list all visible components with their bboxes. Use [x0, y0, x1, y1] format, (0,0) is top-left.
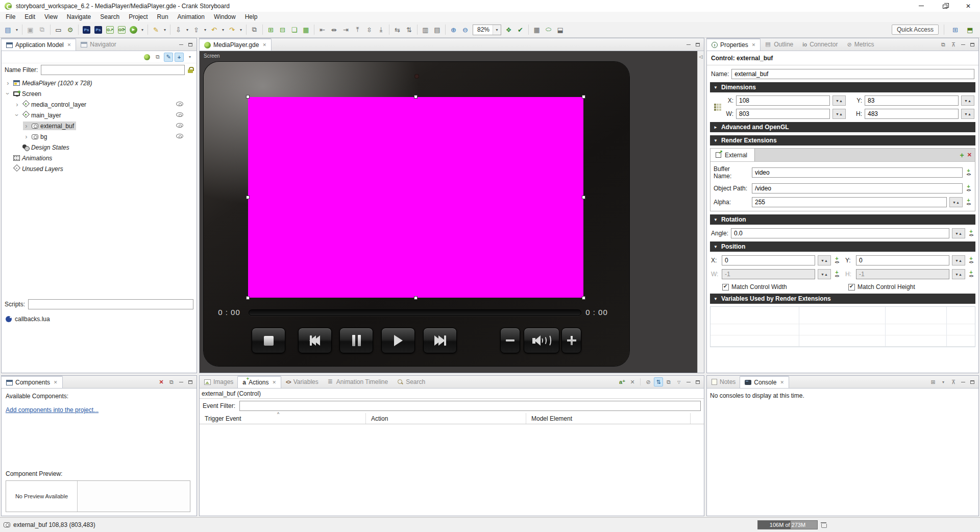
tree-item-unused-layers[interactable]: › Unused Layers — [2, 163, 197, 174]
design-canvas[interactable]: Screen 0 : 00 0 : 00 — [200, 51, 704, 373]
align-center-icon[interactable]: ⇹ — [328, 24, 340, 36]
y-spinner[interactable]: ▼▲ — [961, 95, 974, 106]
tree-item-external-buf[interactable]: › external_buf — [2, 120, 197, 131]
filter-actions-icon[interactable]: ⊘ — [644, 377, 653, 386]
section-expand-icon[interactable]: ► — [714, 125, 718, 130]
tree-item-main-layer[interactable]: › main_layer — [2, 110, 197, 120]
maximize-panel-icon[interactable] — [694, 378, 702, 386]
open-console-icon[interactable]: ⊞ — [928, 377, 938, 386]
pos-h-spinner[interactable]: ▼▲ — [952, 269, 965, 279]
storyboard-perspective-icon[interactable]: ⬒ — [964, 24, 976, 36]
menu-project[interactable]: Project — [124, 12, 152, 21]
name-filter-input[interactable] — [41, 65, 185, 75]
menu-animation[interactable]: Animation — [173, 12, 209, 21]
move-mode-toggle-icon[interactable]: + — [175, 53, 184, 62]
undo-dropdown-icon[interactable]: ▾ — [220, 24, 226, 36]
tab-close-icon[interactable]: ✕ — [262, 42, 266, 47]
external-buf-control[interactable] — [248, 97, 583, 298]
selection-handle-n[interactable] — [414, 95, 418, 99]
delete-action-icon[interactable]: ✕ — [628, 377, 637, 386]
new-group-icon[interactable]: ❏ — [288, 24, 300, 36]
gde-import-icon[interactable]: G↗ — [104, 24, 116, 36]
stop-button[interactable] — [252, 328, 285, 353]
w-spinner[interactable]: ▼▲ — [832, 109, 846, 119]
minimize-panel-icon[interactable] — [684, 40, 693, 49]
add-action-icon[interactable]: a⁺ — [618, 377, 627, 386]
column-model-element[interactable]: Model Element — [526, 413, 691, 424]
view-menu-icon[interactable]: ▾ — [185, 53, 194, 62]
volume-down-button[interactable] — [500, 328, 520, 353]
section-dimensions[interactable]: ▼ Dimensions — [710, 82, 975, 92]
tab-components[interactable]: Components✕ — [1, 376, 63, 388]
align-middle-icon[interactable]: ⇳ — [363, 24, 375, 36]
minimize-panel-icon[interactable] — [959, 378, 967, 386]
progress-bar[interactable] — [249, 309, 581, 316]
expand-arrow-icon[interactable]: › — [14, 101, 20, 108]
minimize-panel-icon[interactable] — [959, 40, 967, 49]
script-file-item[interactable]: callbacks.lua — [6, 316, 50, 323]
pos-y-variable-adorner[interactable]: +<> — [968, 256, 974, 264]
photoshop-import-icon[interactable]: Ps — [81, 24, 92, 36]
zoom-dropdown-icon[interactable]: ▾ — [493, 25, 501, 35]
variables-table[interactable] — [710, 306, 975, 347]
console-dropdown-icon[interactable]: ▾ — [939, 377, 948, 386]
match-control-width-checkbox[interactable]: Match Control Width — [722, 283, 848, 291]
visibility-eye-icon[interactable] — [176, 112, 183, 117]
menu-edit[interactable]: Edit — [20, 12, 40, 21]
redo-dropdown-icon[interactable]: ▾ — [238, 24, 244, 36]
pos-x-variable-adorner[interactable]: +<> — [834, 256, 840, 264]
selection-handle-w[interactable] — [246, 196, 250, 199]
quick-access-button[interactable]: Quick Access — [892, 25, 939, 35]
match-height-icon[interactable]: ▤ — [431, 24, 443, 36]
tab-navigator[interactable]: Navigator — [76, 38, 120, 51]
section-collapse-icon[interactable]: ▼ — [714, 297, 718, 301]
tree-item-media-control-layer[interactable]: › media_control_layer — [2, 99, 197, 110]
screenshot-icon[interactable]: ⬓ — [554, 24, 566, 36]
add-render-extension-icon[interactable]: + — [960, 151, 964, 159]
maximize-panel-icon[interactable] — [968, 40, 976, 49]
actions-table-body[interactable] — [200, 424, 704, 516]
maximize-panel-icon[interactable] — [968, 378, 976, 386]
attach-dropdown-icon[interactable]: ▾ — [162, 24, 168, 36]
tab-close-icon[interactable]: ✕ — [752, 42, 756, 47]
edit-mode-toggle-icon[interactable]: ✎ — [164, 53, 173, 62]
minimize-button[interactable] — [910, 0, 933, 12]
remove-render-extension-icon[interactable]: ✕ — [967, 152, 972, 158]
run-garbage-collector-button[interactable] — [821, 521, 826, 529]
view-menu-icon[interactable]: ▽ — [674, 377, 683, 386]
import-dropdown-icon[interactable]: ▾ — [184, 24, 190, 36]
heap-status-gauge[interactable]: 106M of 273M — [757, 520, 818, 529]
restore-button[interactable] — [933, 0, 957, 12]
new-layer-icon[interactable]: ⊟ — [277, 24, 288, 36]
tab-connector[interactable]: io Connector — [798, 38, 842, 51]
x-input[interactable] — [736, 95, 830, 106]
section-rotation[interactable]: ▼ Rotation — [710, 214, 975, 225]
open-new-view-icon[interactable]: ⧉ — [664, 377, 673, 386]
alpha-spinner[interactable]: ▼▲ — [949, 197, 963, 207]
tab-animation-timeline[interactable]: Animation Timeline — [323, 376, 393, 388]
screen-settings-icon[interactable]: ⚙ — [64, 24, 76, 36]
new-wizard-dropdown-icon[interactable]: ▾ — [14, 24, 20, 36]
tab-actions[interactable]: a Actions✕ — [237, 376, 281, 388]
export-package-icon[interactable]: ⇧ — [190, 24, 202, 36]
checkbox-checked-icon[interactable] — [722, 284, 729, 291]
selection-handle-nw[interactable] — [246, 95, 250, 99]
verify-icon[interactable]: ✔ — [514, 24, 526, 36]
save-all-icon[interactable]: ⧉ — [36, 24, 48, 36]
expand-arrow-icon[interactable]: › — [23, 122, 30, 130]
angle-variable-adorner[interactable]: +<> — [968, 229, 974, 237]
column-action[interactable]: Action — [366, 413, 526, 424]
visibility-eye-icon[interactable] — [176, 123, 183, 128]
remove-component-icon[interactable]: ✕ — [157, 377, 166, 386]
path-variable-adorner[interactable]: +<> — [965, 184, 972, 192]
menu-search[interactable]: Search — [95, 12, 124, 21]
x-spinner[interactable]: ▼▲ — [832, 95, 846, 106]
distribute-horizontal-icon[interactable]: ⇆ — [391, 24, 403, 36]
pos-x-spinner[interactable]: ▼▲ — [818, 255, 831, 265]
tab-close-icon[interactable]: ✕ — [54, 380, 58, 385]
pos-y-spinner[interactable]: ▼▲ — [952, 255, 965, 265]
attach-icon[interactable]: ✎ — [150, 24, 162, 36]
buffer-variable-adorner[interactable]: +<> — [965, 168, 972, 177]
maximize-panel-icon[interactable] — [186, 378, 194, 386]
tab-close-icon[interactable]: ✕ — [272, 380, 276, 385]
